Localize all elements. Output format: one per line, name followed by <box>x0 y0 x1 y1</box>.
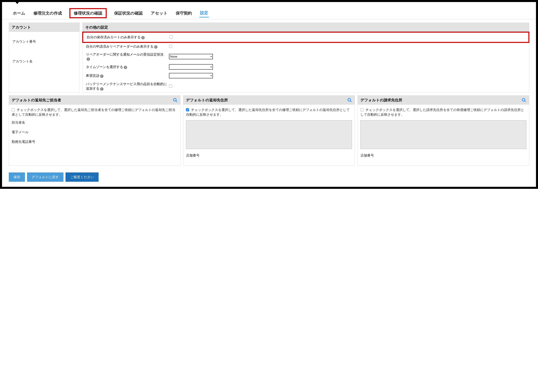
setting-show-saved-carts: 自分の保存済みカートのみ表示するi <box>82 32 529 43</box>
auto-battery-label: バッテリーメンテナンスサービス用の品目を自動的に追加する <box>86 82 167 90</box>
show-applied-repair-checkbox[interactable] <box>169 45 172 48</box>
notification-label: リペアオーダーに関する通知メールの受信設定状況 <box>86 52 164 56</box>
return-contact-desc: チェックボックスを選択して、選択した返却先ご担当者を全ての修理ご依頼にデフォルト… <box>12 108 175 116</box>
svg-point-0 <box>174 98 176 101</box>
info-icon[interactable]: i <box>141 36 145 39</box>
other-settings-panel: その他の設定 自分の保存済みカートのみ表示するi 自分の申請済みリペアオーダーの… <box>82 23 529 93</box>
info-icon[interactable]: i <box>100 87 103 91</box>
return-address-panel: デフォルトの返却先住所 チェックボックスを選択して、選択した返却先住所を全ての修… <box>183 95 355 166</box>
billing-address-checkbox[interactable] <box>360 108 363 111</box>
account-panel: アカウント アカウント番号 アカウント名 <box>9 23 80 93</box>
svg-point-4 <box>522 98 525 101</box>
billing-address-title: デフォルトの請求先住所 <box>360 98 402 103</box>
notification-select[interactable]: None <box>169 54 213 59</box>
info-icon[interactable]: i <box>124 66 127 69</box>
svg-line-1 <box>176 101 177 102</box>
return-contact-panel: デフォルトの返却先ご担当者 チェックボックスを選択して、選択した返却先ご担当者を… <box>9 95 181 166</box>
billing-address-desc: チェックボックスを選択して、選択した請求先住所を全ての有償修理ご依頼にデフォルト… <box>360 108 524 116</box>
return-address-checkbox[interactable] <box>186 108 189 111</box>
please-note-button[interactable]: ご留意ください <box>65 173 99 182</box>
return-contact-checkbox[interactable] <box>12 108 15 111</box>
footer-buttons: 保存 デフォルトに戻す ご留意ください <box>2 173 536 187</box>
info-icon[interactable]: i <box>87 57 90 61</box>
return-address-textarea[interactable] <box>186 120 352 149</box>
svg-line-3 <box>350 101 352 102</box>
tab-home[interactable]: ホーム <box>12 9 26 17</box>
tab-bar: ホーム 修理注文の作成 修理状況の確認 保証状況の確認 アセット 保守契約 設定 <box>2 5 536 19</box>
billing-store-number-label: 店舗番号 <box>360 153 526 158</box>
tab-warranty-status[interactable]: 保証状況の確認 <box>113 9 143 17</box>
info-icon[interactable]: i <box>100 75 103 78</box>
svg-point-2 <box>348 98 351 101</box>
billing-address-panel: デフォルトの請求先住所 チェックボックスを選択して、選択した請求先住所を全ての有… <box>357 95 529 166</box>
return-address-checkbox-row: チェックボックスを選択して、選択した返却先住所を全ての修理ご依頼にデフォルトの返… <box>186 107 352 117</box>
language-label: 希望言語 <box>86 74 99 78</box>
tab-create-repair[interactable]: 修理注文の作成 <box>33 9 63 17</box>
account-name-label: アカウント名 <box>12 59 76 64</box>
return-address-desc: チェックボックスを選択して、選択した返却先住所を全ての修理ご依頼にデフォルトの返… <box>186 108 350 116</box>
setting-auto-battery: バッテリーメンテナンスサービス用の品目を自動的に追加するi <box>83 80 529 93</box>
work-phone-label: 勤務先電話番号 <box>12 140 178 144</box>
tab-asset[interactable]: アセット <box>150 9 168 17</box>
return-store-number-label: 店舗番号 <box>186 153 352 158</box>
contact-name-label: 担当者名 <box>12 120 178 125</box>
setting-timezone: タイムゾーンを選択するi <box>83 62 529 71</box>
show-applied-repair-label: 自分の申請済みリペアオーダーのみ表示する <box>86 45 153 48</box>
setting-notification: リペアオーダーに関する通知メールの受信設定状況i None <box>83 51 529 62</box>
search-icon[interactable] <box>173 98 178 103</box>
email-label: 電子メール <box>12 130 178 135</box>
svg-line-5 <box>525 101 526 102</box>
language-select[interactable] <box>169 73 213 78</box>
setting-show-applied-repair: 自分の申請済みリペアオーダーのみ表示するi <box>83 42 529 51</box>
return-contact-title: デフォルトの返却先ご担当者 <box>12 98 61 103</box>
info-icon[interactable]: i <box>154 45 158 49</box>
tab-repair-status[interactable]: 修理状況の確認 <box>69 8 107 18</box>
account-number-label: アカウント番号 <box>12 39 76 44</box>
timezone-select[interactable] <box>169 64 213 70</box>
billing-address-textarea[interactable] <box>360 120 526 149</box>
tab-maintenance[interactable]: 保守契約 <box>175 9 193 17</box>
return-contact-checkbox-row: チェックボックスを選択して、選択した返却先ご担当者を全ての修理ご依頼にデフォルト… <box>12 107 178 117</box>
timezone-label: タイムゾーンを選択する <box>86 65 123 69</box>
show-saved-carts-checkbox[interactable] <box>170 35 173 38</box>
return-address-title: デフォルトの返却先住所 <box>186 98 228 103</box>
save-button[interactable]: 保存 <box>9 173 25 182</box>
tab-settings[interactable]: 設定 <box>199 9 209 17</box>
search-icon[interactable] <box>522 98 526 103</box>
auto-battery-checkbox[interactable] <box>169 84 172 88</box>
search-icon[interactable] <box>347 98 352 103</box>
show-saved-carts-label: 自分の保存済みカートのみ表示する <box>87 35 141 39</box>
other-settings-title: その他の設定 <box>83 23 529 32</box>
account-panel-title: アカウント <box>9 23 79 32</box>
setting-language: 希望言語i <box>83 71 529 80</box>
reset-default-button[interactable]: デフォルトに戻す <box>27 173 64 182</box>
billing-address-checkbox-row: チェックボックスを選択して、選択した請求先住所を全ての有償修理ご依頼にデフォルト… <box>360 107 526 117</box>
